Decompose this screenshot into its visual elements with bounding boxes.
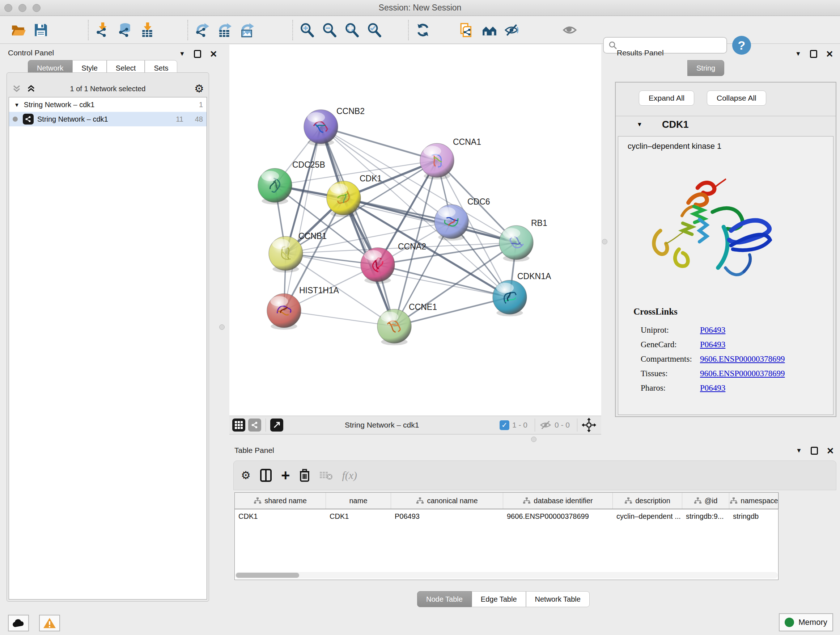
refresh-layout-button[interactable] <box>412 19 434 41</box>
expand-all-button[interactable]: Expand All <box>639 90 694 106</box>
edge-CCNB2-CCNA1[interactable] <box>321 127 437 160</box>
crosslink-row: GeneCard: P06493 <box>641 340 785 349</box>
table-row[interactable]: CDK1CDK1P064939606.ENSP00000378699cyclin… <box>235 509 778 524</box>
collapse-panel-icon[interactable]: ▼ <box>179 50 185 57</box>
import-table-button[interactable] <box>136 19 159 41</box>
left-splitter-handle[interactable] <box>219 325 225 330</box>
network-collection-row[interactable]: ▼ String Network – cdk1 1 <box>9 97 207 112</box>
detach-view-icon[interactable] <box>270 418 283 432</box>
import-network-button[interactable] <box>92 19 114 41</box>
crosslink-link[interactable]: P06493 <box>700 383 725 393</box>
crosslink-link[interactable]: 9606.ENSP00000378699 <box>700 369 785 378</box>
crosslink-link[interactable]: 9606.ENSP00000378699 <box>700 355 785 364</box>
crosslink-label: Compartments: <box>641 355 700 364</box>
close-panel-icon[interactable]: ✕ <box>826 50 834 58</box>
node-CCNA1[interactable] <box>420 143 454 180</box>
import-database-icon <box>118 22 133 38</box>
node-CCNA2[interactable] <box>361 248 395 284</box>
import-database-button[interactable] <box>114 19 136 41</box>
tree-caret-icon[interactable]: ▼ <box>14 102 19 108</box>
export-network-icon <box>195 22 210 38</box>
network-share-view-icon[interactable] <box>248 418 261 432</box>
column-header-id[interactable]: @id <box>682 493 729 509</box>
node-CDC6[interactable] <box>434 204 469 241</box>
tab-network-table[interactable]: Network Table <box>526 591 590 607</box>
scrollbar-thumb[interactable] <box>236 573 299 578</box>
network-row-selected[interactable]: String Network – cdk1 11 48 <box>9 112 207 126</box>
close-panel-icon[interactable]: ✕ <box>827 447 834 455</box>
float-panel-icon[interactable] <box>194 50 201 58</box>
duplicate-network-button[interactable] <box>456 19 478 41</box>
table-cell[interactable]: stringdb <box>729 509 779 524</box>
grid-view-icon[interactable] <box>232 418 245 432</box>
warning-status-button[interactable] <box>39 615 60 631</box>
hide-selected-button[interactable] <box>501 19 523 41</box>
table-cell[interactable]: stringdb:9... <box>682 509 729 524</box>
hide-selected-icon <box>504 22 519 38</box>
export-table-button[interactable] <box>213 19 236 41</box>
birdseye-crosshair-icon[interactable] <box>582 418 596 432</box>
node-CCNE1[interactable] <box>377 309 411 345</box>
network-canvas[interactable]: CCNB2CCNA1CDC25BCDK1CDC6RB1CCNB1CCNA2CDK… <box>229 44 601 416</box>
tab-node-table[interactable]: Node Table <box>417 591 472 607</box>
zoom-in-button[interactable] <box>296 19 318 41</box>
memory-status-dot-icon <box>785 618 794 627</box>
zoom-fit-button[interactable] <box>341 19 363 41</box>
table-cell[interactable]: cyclin–dependent ... <box>613 509 682 524</box>
horizontal-splitter-handle[interactable] <box>531 437 537 442</box>
right-splitter-handle[interactable] <box>602 239 607 244</box>
save-session-button[interactable] <box>30 19 52 41</box>
node-CDKN1A[interactable] <box>493 280 527 317</box>
float-panel-icon[interactable] <box>811 447 818 455</box>
column-header-canonical-name[interactable]: canonical name <box>391 493 503 509</box>
node-CCNB1[interactable] <box>269 236 303 272</box>
export-image-button[interactable] <box>236 19 258 41</box>
show-columns-icon[interactable] <box>260 469 272 482</box>
zoom-out-button[interactable] <box>318 19 341 41</box>
float-panel-icon[interactable] <box>810 50 817 58</box>
table-cell[interactable]: P06493 <box>391 509 503 524</box>
table-cell[interactable]: CDK1 <box>326 509 391 524</box>
control-panel-title: Control Panel <box>8 49 54 57</box>
zoom-selected-button[interactable] <box>363 19 386 41</box>
network-collection-label: String Network – cdk1 <box>24 101 95 109</box>
column-header-name[interactable]: name <box>326 493 391 509</box>
column-header-namespace[interactable]: namespace <box>729 493 779 509</box>
first-neighbors-button[interactable] <box>478 19 501 41</box>
open-session-button[interactable] <box>7 19 30 41</box>
collapse-panel-icon[interactable]: ▼ <box>796 447 802 454</box>
edge-CCNB2-HIST1H1A[interactable] <box>284 127 321 310</box>
selected-checkbox-icon[interactable]: ✓ <box>500 420 509 430</box>
node-HIST1H1A[interactable] <box>267 294 301 330</box>
column-label: shared name <box>264 497 307 505</box>
help-button[interactable]: ? <box>732 36 751 55</box>
column-type-icon <box>729 497 737 504</box>
column-header-description[interactable]: description <box>613 493 682 509</box>
crosslink-link[interactable]: P06493 <box>700 340 725 349</box>
edge-CDKN1A-CCNE1[interactable] <box>394 297 510 326</box>
node-CDC25B[interactable] <box>258 168 292 204</box>
column-header-database-identifier[interactable]: database identifier <box>503 493 613 509</box>
show-all-button[interactable] <box>559 19 581 41</box>
table-cell[interactable]: CDK1 <box>235 509 326 524</box>
add-column-icon[interactable]: + <box>281 469 290 482</box>
node-RB1[interactable] <box>499 226 533 262</box>
tab-edge-table[interactable]: Edge Table <box>472 591 526 607</box>
table-cell[interactable]: 9606.ENSP00000378699 <box>503 509 613 524</box>
protein-group-header[interactable]: ▼ CDK1 <box>616 116 836 134</box>
node-CCNB2[interactable] <box>304 110 338 146</box>
table-settings-icon[interactable]: ⚙ <box>241 470 251 481</box>
edge-CDK1-RB1[interactable] <box>344 198 516 242</box>
group-caret-icon[interactable]: ▼ <box>637 121 643 128</box>
close-panel-icon[interactable]: ✕ <box>210 50 218 58</box>
collapse-all-button[interactable]: Collapse All <box>707 90 766 106</box>
column-header-shared-name[interactable]: shared name <box>235 493 326 509</box>
collapse-panel-icon[interactable]: ▼ <box>795 50 801 57</box>
crosslink-link[interactable]: P06493 <box>700 325 725 335</box>
tab-string[interactable]: String <box>687 60 724 76</box>
memory-button[interactable]: Memory <box>779 613 833 631</box>
export-network-button[interactable] <box>191 19 213 41</box>
cloud-status-button[interactable] <box>8 615 29 631</box>
delete-column-icon[interactable] <box>299 469 310 482</box>
network-options-gear-icon[interactable]: ⚙ <box>194 83 204 94</box>
